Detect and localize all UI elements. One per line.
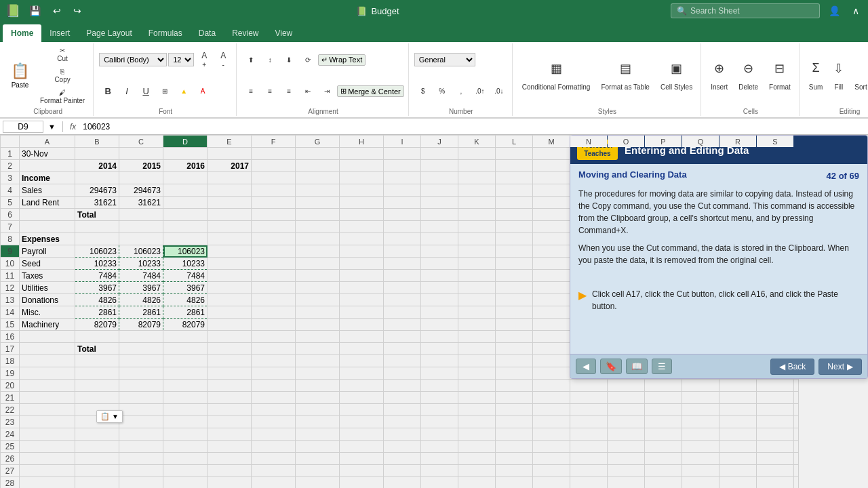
cell[interactable]	[384, 306, 421, 319]
cell[interactable]	[645, 416, 682, 428]
row-num-24[interactable]: 24	[1, 428, 20, 441]
cell[interactable]	[421, 428, 458, 441]
row-num-8[interactable]: 8	[1, 233, 20, 245]
cell[interactable]	[252, 245, 296, 258]
cell[interactable]	[75, 392, 119, 404]
cell[interactable]	[163, 477, 208, 489]
cell[interactable]: Seed	[20, 258, 75, 270]
cell[interactable]: 294673	[75, 184, 119, 197]
cell[interactable]	[252, 233, 296, 245]
cell[interactable]: 3967	[119, 282, 163, 294]
cell[interactable]: 2861	[119, 306, 163, 319]
cell[interactable]	[384, 367, 421, 380]
cell[interactable]	[458, 331, 496, 343]
cell[interactable]	[421, 233, 458, 245]
align-top-button[interactable]: ⬆	[242, 54, 260, 66]
cell[interactable]	[163, 404, 208, 416]
cell[interactable]	[421, 453, 458, 465]
merge-center-button[interactable]: ⊞ Merge & Center	[337, 85, 404, 97]
cell[interactable]	[163, 355, 208, 367]
formula-input[interactable]	[81, 122, 865, 131]
tutorial-next-button[interactable]: Next ▶	[818, 359, 862, 375]
cell[interactable]	[570, 404, 608, 416]
cell[interactable]	[252, 331, 296, 343]
cell[interactable]	[533, 294, 570, 306]
cell[interactable]	[20, 441, 75, 453]
cell[interactable]	[296, 209, 340, 221]
cell[interactable]	[75, 453, 119, 465]
cell[interactable]	[208, 209, 252, 221]
cell[interactable]	[296, 282, 340, 294]
cell[interactable]	[533, 465, 570, 477]
cell[interactable]	[208, 197, 252, 209]
cell[interactable]	[458, 367, 496, 380]
cell[interactable]	[533, 343, 570, 355]
row-num-18[interactable]: 18	[1, 355, 20, 367]
cell[interactable]	[608, 465, 645, 477]
cell[interactable]	[458, 172, 496, 184]
cell[interactable]	[119, 172, 163, 184]
cell[interactable]	[20, 221, 75, 233]
cell[interactable]	[208, 465, 252, 477]
delete-button[interactable]: ⊖ Delete	[734, 58, 762, 94]
user-icon-button[interactable]: 👤	[825, 4, 844, 18]
cell[interactable]	[533, 319, 570, 331]
cell[interactable]	[208, 404, 252, 416]
cell[interactable]	[458, 258, 496, 270]
cell[interactable]	[421, 172, 458, 184]
cell[interactable]	[340, 294, 384, 306]
cell[interactable]	[496, 294, 533, 306]
cell[interactable]	[533, 441, 570, 453]
cell[interactable]	[208, 319, 252, 331]
cell[interactable]	[296, 148, 340, 160]
cell[interactable]	[340, 343, 384, 355]
font-family-select[interactable]: Calibri (Body)	[99, 53, 167, 66]
cell[interactable]	[163, 465, 208, 477]
cell[interactable]	[340, 441, 384, 453]
cell[interactable]	[682, 428, 719, 441]
cell[interactable]	[384, 209, 421, 221]
font-color-button[interactable]: A	[194, 85, 212, 97]
cell[interactable]	[384, 477, 421, 489]
cell[interactable]	[296, 367, 340, 380]
cell[interactable]	[20, 392, 75, 404]
cell[interactable]	[533, 380, 570, 392]
cell[interactable]	[75, 428, 119, 441]
col-header-q[interactable]: Q	[682, 136, 719, 148]
row-num-16[interactable]: 16	[1, 331, 20, 343]
cell[interactable]	[533, 416, 570, 428]
cell[interactable]	[119, 355, 163, 367]
cell[interactable]	[421, 270, 458, 282]
cell[interactable]	[340, 209, 384, 221]
cell[interactable]	[421, 416, 458, 428]
cell[interactable]	[75, 331, 119, 343]
cell[interactable]	[458, 343, 496, 355]
cell[interactable]: Land Rent	[20, 197, 75, 209]
row-num-3[interactable]: 3	[1, 172, 20, 184]
row-num-28[interactable]: 28	[1, 477, 20, 489]
cell[interactable]	[384, 282, 421, 294]
cell[interactable]	[719, 428, 757, 441]
cell[interactable]	[208, 184, 252, 197]
cell[interactable]: 3967	[163, 282, 208, 294]
cell[interactable]	[496, 319, 533, 331]
tab-formulas[interactable]: Formulas	[140, 24, 191, 42]
row-num-14[interactable]: 14	[1, 306, 20, 319]
cell[interactable]	[119, 416, 163, 428]
row-num-4[interactable]: 4	[1, 184, 20, 197]
cell[interactable]	[208, 416, 252, 428]
cell[interactable]	[75, 172, 119, 184]
cell[interactable]	[296, 306, 340, 319]
cell[interactable]	[794, 428, 799, 441]
cell[interactable]	[208, 258, 252, 270]
decrease-decimal-button[interactable]: .0↓	[490, 85, 508, 97]
increase-decimal-button[interactable]: .0↑	[471, 85, 489, 97]
cell[interactable]	[458, 221, 496, 233]
cell[interactable]	[252, 343, 296, 355]
col-header-r[interactable]: R	[719, 136, 757, 148]
cell[interactable]	[296, 270, 340, 282]
cell[interactable]	[119, 148, 163, 160]
cell[interactable]	[421, 367, 458, 380]
cell[interactable]	[458, 294, 496, 306]
cell[interactable]: Payroll	[20, 245, 75, 258]
